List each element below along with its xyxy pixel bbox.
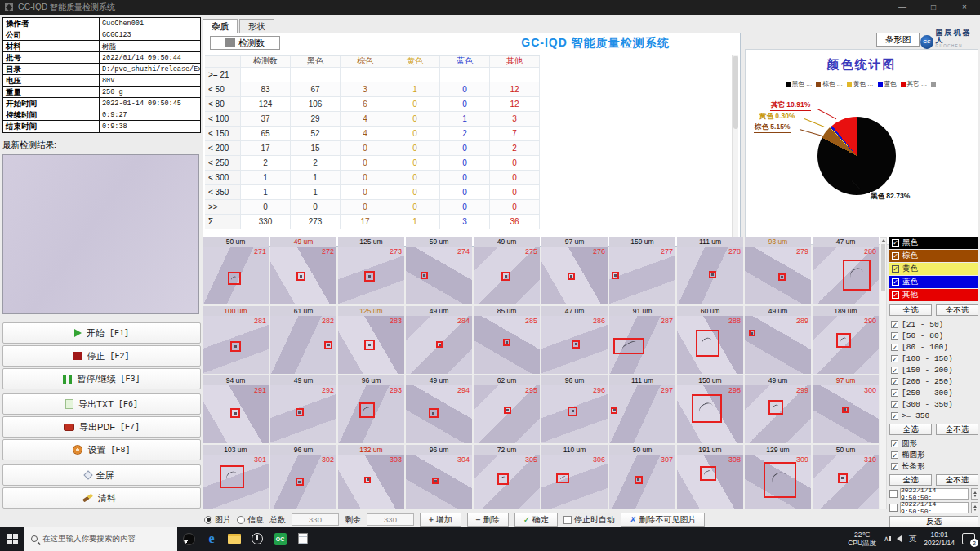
shape-filter-row[interactable]: ✓ 椭圆形 xyxy=(889,449,978,460)
action-button[interactable]: 导出TXT [F6] xyxy=(2,393,201,415)
taskbar-notepad[interactable] xyxy=(292,527,314,551)
defect-thumbnail[interactable]: 94 um 291 xyxy=(203,375,269,443)
action-button[interactable]: 开始 [F1] xyxy=(2,322,201,344)
defect-thumbnail[interactable]: 49 um 294 xyxy=(406,375,472,443)
tab[interactable]: 杂质 xyxy=(203,19,238,33)
defect-thumbnail[interactable]: 96 um 293 xyxy=(338,375,404,443)
auto-on-stop-checkbox[interactable]: 停止时自动 xyxy=(564,514,615,526)
defect-thumbnail[interactable]: 125 um 283 xyxy=(338,306,404,374)
defect-thumbnail[interactable]: 50 um 307 xyxy=(609,445,675,509)
size-filter-row[interactable]: ✓ [200 - 250) xyxy=(889,375,978,387)
sizes-select-all-button[interactable]: 全选 xyxy=(889,424,932,435)
volume-icon[interactable] xyxy=(897,535,902,542)
defect-thumbnail[interactable]: 129 um 309 xyxy=(745,445,811,509)
size-filter-row[interactable]: ✓ [300 - 350) xyxy=(889,398,978,410)
action-button[interactable]: 清料 xyxy=(2,487,201,509)
defect-thumbnail[interactable]: 61 um 282 xyxy=(270,306,336,374)
bar-chart-button[interactable]: 条形图 xyxy=(876,33,920,47)
radio-info-mode[interactable]: 信息 xyxy=(237,514,264,526)
size-filter-row[interactable]: ✓ [100 - 150) xyxy=(889,353,978,364)
date-to-input[interactable]: 2022/1/14 9:50:50: xyxy=(900,502,969,513)
defect-thumbnail[interactable]: 49 um 292 xyxy=(270,375,336,443)
grid-scrollbar[interactable] xyxy=(880,237,887,509)
shapes-select-all-button[interactable]: 全选 xyxy=(889,474,932,486)
defect-thumbnail[interactable]: 91 um 287 xyxy=(609,306,675,374)
date-from-input[interactable]: 2022/1/14 9:50:50: xyxy=(900,488,969,500)
color-filter-row[interactable]: ✓ 其他 xyxy=(889,289,978,301)
size-filter-row[interactable]: ✓ [150 - 200) xyxy=(889,364,978,375)
defect-thumbnail[interactable]: 111 um 278 xyxy=(677,237,743,304)
taskbar-oc-app[interactable]: OC xyxy=(269,527,292,551)
maximize-button[interactable]: □ xyxy=(918,0,949,15)
scroll-thumb[interactable] xyxy=(881,244,885,291)
colors-select-none-button[interactable]: 全不选 xyxy=(936,304,978,316)
size-filter-row[interactable]: ✓ [21 - 50) xyxy=(889,318,978,330)
action-button[interactable]: 设置 [F8] xyxy=(2,439,201,460)
size-filter-row[interactable]: ✓ [80 - 100) xyxy=(889,341,978,353)
action-button[interactable]: 停止 [F2] xyxy=(2,345,201,367)
defect-thumbnail[interactable]: 47 um 280 xyxy=(813,237,879,304)
date-to-checkbox[interactable] xyxy=(889,504,898,512)
invert-selection-button[interactable]: 反选 xyxy=(889,516,978,527)
defect-thumbnail[interactable]: 103 um 301 xyxy=(203,445,269,509)
colors-select-all-button[interactable]: 全选 xyxy=(889,304,932,316)
shapes-select-none-button[interactable]: 全不选 xyxy=(936,474,978,486)
color-filter-row[interactable]: ✓ 黑色 xyxy=(889,237,978,249)
defect-thumbnail[interactable]: 47 um 286 xyxy=(541,306,608,374)
delete-button[interactable]: − 删除 xyxy=(467,513,509,527)
defect-thumbnail[interactable]: 49 um 289 xyxy=(745,306,811,374)
defect-thumbnail[interactable]: 150 um 298 xyxy=(677,375,743,443)
taskbar-search[interactable]: 在这里输入你要搜索的内容 xyxy=(24,527,177,551)
defect-thumbnail[interactable]: 85 um 285 xyxy=(474,306,540,374)
defect-thumbnail[interactable]: 50 um 271 xyxy=(203,237,269,304)
defect-thumbnail[interactable]: 100 um 281 xyxy=(203,306,269,374)
defect-thumbnail[interactable]: 97 um 276 xyxy=(541,237,608,304)
date-to-spinner[interactable] xyxy=(971,502,978,513)
language-indicator[interactable]: 英 xyxy=(909,534,917,544)
color-filter-row[interactable]: ✓ 黄色 xyxy=(889,263,978,275)
defect-thumbnail[interactable]: 49 um 284 xyxy=(406,306,472,374)
defect-thumbnail[interactable]: 96 um 302 xyxy=(270,445,336,509)
defect-thumbnail[interactable]: 191 um 308 xyxy=(677,445,743,509)
remain-input[interactable] xyxy=(367,513,414,526)
defect-thumbnail[interactable]: 72 um 305 xyxy=(474,445,540,509)
notification-icon[interactable]: 2 xyxy=(962,533,975,544)
total-input[interactable] xyxy=(292,513,339,526)
defect-thumbnail[interactable]: 59 um 274 xyxy=(406,237,472,304)
size-filter-row[interactable]: ✓ >= 350 xyxy=(889,410,978,421)
delete-invisible-button[interactable]: ✗ 删除不可见图片 xyxy=(621,513,705,527)
date-from-spinner[interactable] xyxy=(971,488,978,500)
size-filter-row[interactable]: ✓ [250 - 300) xyxy=(889,387,978,398)
action-button[interactable]: 暂停/继续 [F3] xyxy=(2,368,201,389)
detect-count-toggle[interactable]: 检测数 xyxy=(210,36,280,50)
defect-thumbnail[interactable]: 189 um 290 xyxy=(813,306,879,374)
scroll-up-icon[interactable] xyxy=(881,239,886,242)
tab[interactable]: 形状 xyxy=(239,19,274,33)
color-filter-row[interactable]: ✓ 蓝色 xyxy=(889,276,978,288)
defect-thumbnail[interactable]: 62 um 295 xyxy=(474,375,540,443)
defect-thumbnail[interactable]: 60 um 288 xyxy=(677,306,743,374)
confirm-button[interactable]: ✓ 确定 xyxy=(514,513,558,527)
shape-filter-row[interactable]: ✓ 圆形 xyxy=(889,438,978,449)
taskbar-clock-app[interactable] xyxy=(246,527,269,551)
taskbar-edge[interactable]: e xyxy=(200,527,223,551)
sizes-select-none-button[interactable]: 全不选 xyxy=(936,424,978,435)
defect-thumbnail[interactable]: 132 um 303 xyxy=(338,445,404,509)
defect-thumbnail[interactable]: 49 um 299 xyxy=(745,375,811,443)
action-button[interactable]: 全屏 xyxy=(2,464,201,486)
defect-thumbnail[interactable]: 49 um 272 xyxy=(270,237,336,304)
taskbar-app-dark[interactable] xyxy=(177,527,200,551)
defect-thumbnail[interactable]: 50 um 310 xyxy=(813,445,879,509)
action-button[interactable]: 导出PDF [F7] xyxy=(2,416,201,438)
shape-filter-row[interactable]: ✓ 长条形 xyxy=(889,460,978,472)
color-filter-row[interactable]: ✓ 棕色 xyxy=(889,250,978,262)
taskbar-explorer[interactable] xyxy=(223,527,246,551)
defect-thumbnail[interactable]: 49 um 275 xyxy=(474,237,540,304)
start-button[interactable] xyxy=(0,527,24,551)
close-button[interactable]: × xyxy=(949,0,980,15)
defect-thumbnail[interactable]: 93 um 279 xyxy=(745,237,811,304)
defect-thumbnail[interactable]: 110 um 306 xyxy=(541,445,608,509)
defect-thumbnail[interactable]: 125 um 273 xyxy=(338,237,404,304)
table-scrollbar[interactable] xyxy=(732,55,738,241)
date-from-checkbox[interactable] xyxy=(889,490,898,498)
